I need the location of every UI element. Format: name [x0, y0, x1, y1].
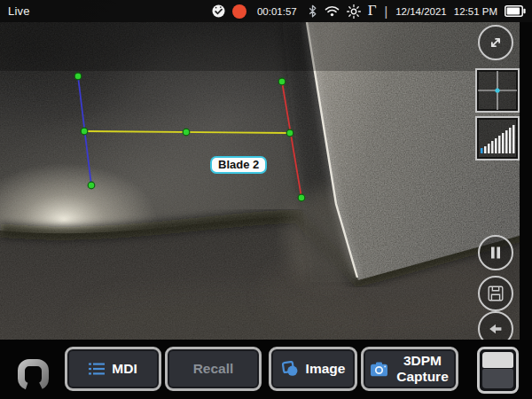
measurement-cursor-point[interactable]	[183, 129, 190, 136]
mdi-button[interactable]: MDI	[65, 347, 161, 391]
measurement-cursor-point[interactable]	[278, 78, 286, 85]
borescope-screen: Blade 2 Live 00:01:57	[0, 0, 532, 399]
gauge-check-icon	[212, 4, 225, 18]
brightness-icon	[347, 4, 361, 19]
battery-icon	[505, 5, 526, 17]
measurement-label[interactable]: Blade 2	[210, 156, 267, 174]
recall-button-label: Recall	[193, 361, 234, 377]
measurement-cursor-point[interactable]	[88, 182, 95, 189]
status-bar: Live 00:01:57	[0, 0, 532, 22]
zoom-level-button[interactable]	[475, 116, 520, 160]
softkey-toggle-bottom	[482, 369, 513, 388]
expand-arrows-icon	[486, 33, 505, 52]
image-layers-icon	[281, 361, 299, 377]
save-button[interactable]	[478, 276, 513, 311]
pause-icon	[488, 245, 504, 261]
cursor-select-button[interactable]	[475, 68, 520, 113]
softkey-toggle-top	[482, 352, 513, 368]
status-separator: |	[385, 4, 388, 19]
softkey-toggle-button[interactable]	[477, 347, 519, 394]
image-button-label: Image	[306, 361, 346, 377]
camera-icon	[370, 362, 388, 377]
mdi-button-label: MDI	[112, 361, 137, 377]
zoom-bars-icon	[478, 120, 517, 157]
record-timer: 00:01:57	[257, 6, 297, 17]
mdi-list-icon	[89, 363, 105, 375]
wifi-icon	[325, 5, 340, 17]
3dpm-button-label: 3DPM Capture	[395, 353, 450, 385]
status-time: 12:51 PM	[454, 6, 497, 17]
3dpm-capture-button[interactable]: 3DPM Capture	[361, 347, 458, 391]
bottom-toolbar: MDI Recall Image 3DPM Capture	[0, 340, 532, 399]
gamma-correction-icon: Γ	[368, 3, 377, 18]
right-reference-line[interactable]	[282, 82, 301, 198]
measurement-cursor-point[interactable]	[298, 194, 305, 201]
recall-button[interactable]: Recall	[165, 347, 262, 391]
status-icons: 00:01:57	[212, 4, 526, 19]
measurement-cursor-point[interactable]	[81, 128, 88, 135]
pause-button[interactable]	[478, 235, 513, 270]
bluetooth-icon	[308, 4, 317, 18]
expand-view-button[interactable]	[478, 25, 513, 60]
crosshair-icon	[478, 71, 517, 110]
measurement-cursor-point[interactable]	[286, 129, 293, 137]
record-indicator-icon	[232, 4, 246, 19]
image-button[interactable]: Image	[269, 347, 357, 391]
back-arrow-icon	[486, 319, 505, 339]
status-date: 12/14/2021	[395, 6, 447, 17]
measurement-cursor-point[interactable]	[74, 73, 82, 80]
save-floppy-icon	[486, 284, 505, 303]
live-indicator-label: Live	[8, 4, 30, 18]
waygate-logo-icon	[13, 357, 52, 393]
